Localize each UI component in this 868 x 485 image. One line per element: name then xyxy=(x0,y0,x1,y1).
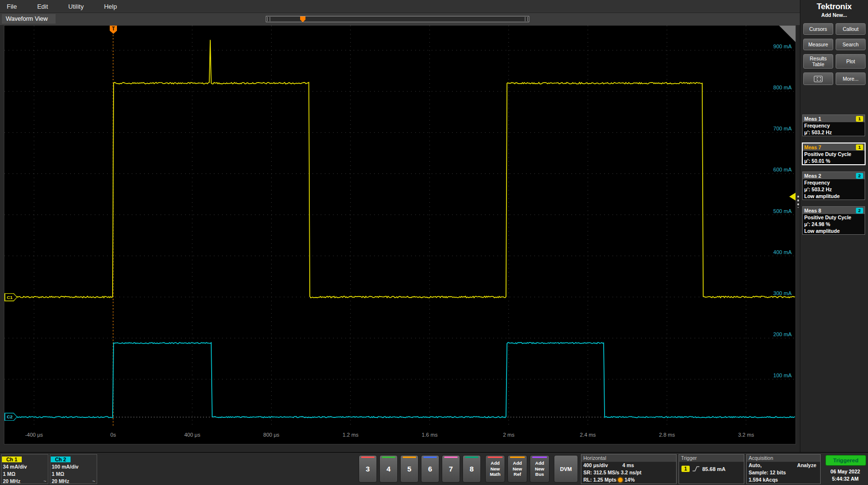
y-tick-label: 900 mA xyxy=(773,43,792,49)
measurement-line: Frequency xyxy=(803,179,865,186)
draw-a-box-icon xyxy=(814,76,823,82)
horizontal-scale: 400 μs/div xyxy=(583,462,608,469)
menu-utility[interactable]: Utility xyxy=(68,3,84,10)
measurement-badge-meas-2[interactable]: Meas 22Frequencyμ': 503.2 HzLow amplitud… xyxy=(802,171,865,200)
rising-edge-icon xyxy=(692,466,700,472)
channel-5-button[interactable]: 5 xyxy=(400,455,419,483)
date-label: 06 May 2022 xyxy=(824,469,867,474)
tektronix-logo: Tektronix xyxy=(800,2,868,12)
channel-4-button[interactable]: 4 xyxy=(379,455,398,483)
channel-badge-1[interactable]: Ch 134 mA/div1 MΩ20 MHz~ xyxy=(1,454,48,484)
zoom-corner-handle[interactable] xyxy=(779,26,796,42)
channel-6-button[interactable]: 6 xyxy=(421,455,439,483)
measure-button[interactable]: Measure xyxy=(803,39,833,50)
channel-color-stripe xyxy=(382,456,395,458)
menu-edit[interactable]: Edit xyxy=(37,3,48,10)
x-tick-label: 400 μs xyxy=(184,432,201,438)
channel-color-stripe xyxy=(444,456,458,458)
measurement-title: Meas 7 xyxy=(804,144,821,150)
x-tick-label: 3.2 ms xyxy=(738,432,754,438)
measurement-line: Frequency xyxy=(803,122,865,129)
trigger-level-arrow[interactable] xyxy=(789,193,796,200)
acquisition-sample-bits: Sample: 12 bits xyxy=(747,469,820,476)
horizontal-window: 4 ms xyxy=(622,462,634,469)
draw-a-box-button[interactable] xyxy=(803,72,833,85)
x-tick-label: 1.2 ms xyxy=(343,432,359,438)
bottom-bar: Ch 134 mA/div1 MΩ20 MHz~Ch 2100 mA/div1 … xyxy=(0,452,868,485)
measurement-line: μ': 24.98 % xyxy=(803,221,865,228)
measurement-title: Meas 8 xyxy=(804,208,821,214)
more-button[interactable]: More... xyxy=(836,72,866,85)
bandwidth-icon: ~ xyxy=(92,478,95,484)
y-tick-label: 200 mA xyxy=(773,331,792,337)
bandwidth-icon: ~ xyxy=(43,478,46,484)
add-new-bus-button[interactable]: Add New Bus xyxy=(530,455,550,483)
trigger-panel[interactable]: Trigger 1 85.68 mA xyxy=(679,454,744,484)
measurement-badge-meas-8[interactable]: Meas 82Positive Duty Cycleμ': 24.98 %Low… xyxy=(802,206,865,235)
acquisition-panel[interactable]: Acquisition Auto, Analyze Sample: 12 bit… xyxy=(746,454,821,484)
measurement-line: Low amplitude xyxy=(803,228,865,234)
y-tick-label: 500 mA xyxy=(773,208,792,214)
trigger-position-marker[interactable] xyxy=(300,16,305,22)
channel-3-button[interactable]: 3 xyxy=(359,455,377,483)
add-new-ref-button[interactable]: Add New Ref xyxy=(507,455,527,483)
waveform-view-tab[interactable]: Waveform View xyxy=(2,14,56,24)
y-tick-label: 800 mA xyxy=(773,85,792,90)
measurement-line: μ': 503.2 Hz xyxy=(803,186,865,193)
add-button-color-stripe xyxy=(510,456,525,458)
horizontal-sample-rate: SR: 312.5 MS/s 3.2 ns/pt xyxy=(581,469,676,476)
x-tick-label: 2.8 ms xyxy=(659,432,675,438)
channel-7-button[interactable]: 7 xyxy=(442,455,460,483)
acquisition-title: Acquisition xyxy=(747,455,820,462)
waveform-display[interactable]: -400 μs0s400 μs800 μs1.2 ms1.6 ms2 ms2.4… xyxy=(4,25,796,444)
measurement-badge-meas-7[interactable]: Meas 71Positive Duty Cycleμ': 50.01 % xyxy=(802,143,865,165)
channel-label: Ch 2 xyxy=(51,456,71,462)
view-title-bar: Waveform View xyxy=(0,13,800,25)
intensity-icon xyxy=(618,478,622,482)
trigger-title: Trigger xyxy=(679,455,744,462)
measurement-badge-meas-1[interactable]: Meas 11Frequencyμ': 503.2 Hz xyxy=(802,114,865,136)
x-tick-label: 0s xyxy=(110,432,116,438)
ch2-waveform[interactable] xyxy=(4,342,795,418)
y-tick-label: 400 mA xyxy=(773,249,792,255)
measurement-source-chip: 2 xyxy=(856,173,863,179)
x-tick-label: 800 μs xyxy=(263,432,280,438)
search-button[interactable]: Search xyxy=(836,39,866,50)
horizontal-panel[interactable]: Horizontal 400 μs/div 4 ms SR: 312.5 MS/… xyxy=(581,454,677,484)
horizontal-position-slider[interactable] xyxy=(266,16,529,22)
measurement-line: Positive Duty Cycle xyxy=(803,214,865,221)
channel-8-button[interactable]: 8 xyxy=(463,455,481,483)
x-tick-label: -400 μs xyxy=(25,432,43,438)
add-new-math-button[interactable]: Add New Math xyxy=(485,455,505,483)
channel-setting: 20 MHz~ xyxy=(1,478,48,484)
add-button-color-stripe xyxy=(532,456,547,458)
add-new-label: Add New... xyxy=(800,12,868,18)
acquisition-mode: Auto, xyxy=(749,462,762,469)
callout-button[interactable]: Callout xyxy=(836,23,866,35)
channel-color-stripe xyxy=(361,456,375,458)
measurement-source-chip: 2 xyxy=(856,208,863,214)
x-tick-label: 2 ms xyxy=(503,432,515,438)
measurement-title: Meas 1 xyxy=(804,116,821,122)
ch1-waveform[interactable] xyxy=(4,40,795,298)
channel-setting: 34 mA/div xyxy=(1,463,48,471)
channel-setting: 20 MHz~ xyxy=(50,478,97,484)
panel-splitter-handle[interactable] xyxy=(797,195,799,208)
menu-file[interactable]: File xyxy=(7,3,17,10)
channel-badge-2[interactable]: Ch 2100 mA/div1 MΩ20 MHz~ xyxy=(50,454,97,484)
results-table-button[interactable]: Results Table xyxy=(803,54,833,69)
measurement-source-chip: 1 xyxy=(856,116,863,122)
channel-setting: 1 MΩ xyxy=(1,471,48,478)
channel-color-stripe xyxy=(423,456,437,458)
y-tick-label: 700 mA xyxy=(773,126,792,131)
channel-setting: 1 MΩ xyxy=(50,471,97,478)
menu-bar: File Edit Utility Help xyxy=(0,0,800,13)
menu-help[interactable]: Help xyxy=(104,3,117,10)
plot-button[interactable]: Plot xyxy=(836,54,866,69)
dvm-button[interactable]: DVM xyxy=(554,455,578,483)
channel-setting: 100 mA/div xyxy=(50,463,97,471)
channel-label: Ch 1 xyxy=(2,456,22,462)
cursors-button[interactable]: Cursors xyxy=(803,23,833,35)
oscilloscope-screen: File Edit Utility Help Waveform View -40… xyxy=(0,0,868,485)
trigger-source-chip: 1 xyxy=(681,466,690,472)
